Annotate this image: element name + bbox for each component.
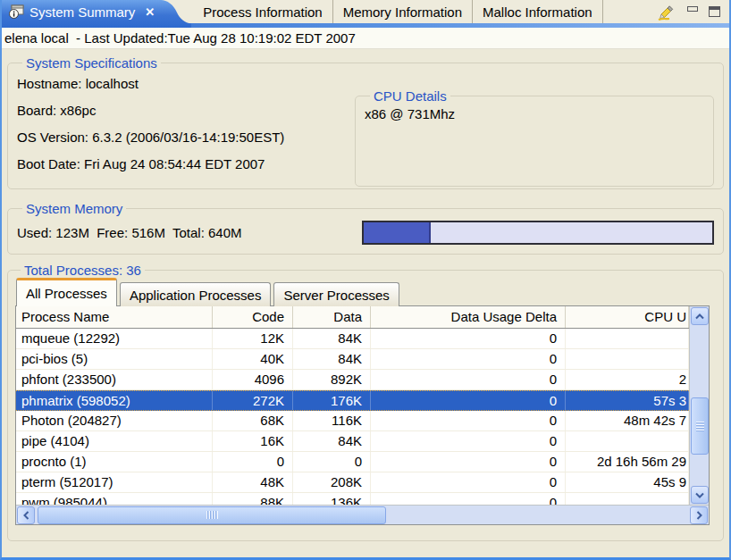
- tab-process-information[interactable]: Process Information: [193, 0, 332, 23]
- table-cell: 0: [371, 493, 566, 505]
- table-cell: 45s 9: [566, 472, 689, 492]
- scroll-up-button[interactable]: [691, 307, 709, 325]
- table-cell: pci-bios (5): [16, 349, 213, 369]
- cpu-description: x86 @ 731Mhz: [365, 104, 704, 125]
- table-cell: 116K: [293, 411, 371, 430]
- table-cell: 208K: [293, 472, 371, 492]
- horizontal-scrollbar[interactable]: [16, 505, 709, 524]
- table-cell: mqueue (12292): [16, 329, 213, 348]
- table-cell: 48K: [213, 472, 293, 492]
- table-cell: [566, 349, 689, 369]
- table-cell: 2: [566, 370, 689, 389]
- table-cell: 4096: [213, 370, 293, 389]
- process-row[interactable]: phfont (233500)4096892K02: [16, 370, 689, 390]
- process-row[interactable]: pci-bios (5)40K84K0: [16, 349, 689, 370]
- system-specifications-title: System Specifications: [22, 55, 161, 71]
- table-cell: 136K: [293, 493, 371, 505]
- horizontal-scrollbar-thumb[interactable]: [38, 506, 386, 524]
- system-summary-content: System Specifications Hostname: localhos…: [2, 49, 729, 557]
- table-cell: pipe (4104): [16, 431, 213, 451]
- total-processes-title: Total Processes: 36: [21, 263, 145, 278]
- table-cell: [566, 329, 689, 348]
- memory-summary-text: Used: 123M Free: 516M Total: 640M: [17, 225, 242, 240]
- table-cell: 57s 3: [566, 391, 689, 410]
- table-cell: 84K: [293, 349, 371, 369]
- column-header-data-usage-delta[interactable]: Data Usage Delta: [371, 306, 566, 328]
- table-cell: 0: [371, 411, 566, 430]
- table-cell: 40K: [213, 349, 293, 369]
- process-table-viewport: Process NameCodeDataData Usage DeltaCPU …: [16, 306, 689, 505]
- tab-memory-information[interactable]: Memory Information: [333, 0, 473, 23]
- process-row[interactable]: procnto (1)0002d 16h 56m 29: [16, 452, 689, 472]
- table-cell: pterm (512017): [16, 472, 213, 492]
- system-summary-icon: [8, 4, 24, 20]
- table-cell: phmatrix (598052): [16, 391, 213, 410]
- system-specifications-group: System Specifications Hostname: localhos…: [7, 55, 724, 189]
- table-cell: 16K: [213, 431, 293, 451]
- maximize-icon[interactable]: [709, 6, 720, 17]
- table-cell: 84K: [293, 329, 371, 348]
- table-cell: 0: [371, 329, 566, 348]
- memory-usage-bar-fill: [364, 222, 431, 243]
- table-cell: [566, 431, 689, 451]
- process-row[interactable]: pterm (512017)48K208K045s 9: [16, 472, 689, 493]
- process-table: Process NameCodeDataData Usage DeltaCPU …: [15, 305, 710, 525]
- target-status-line: elena local - Last Updated:Tue Aug 28 10…: [2, 28, 729, 49]
- highlight-pen-icon[interactable]: [657, 4, 676, 21]
- table-cell: 88K: [213, 493, 293, 505]
- thumb-grip: [696, 422, 704, 431]
- tab-all-processes[interactable]: All Processes: [16, 278, 117, 306]
- process-row[interactable]: mqueue (12292)12K84K0: [16, 329, 689, 349]
- table-cell: 0: [213, 452, 293, 472]
- process-row[interactable]: Photon (204827)68K116K048m 42s 7: [16, 411, 689, 431]
- table-cell: [566, 493, 689, 505]
- table-cell: Photon (204827): [16, 411, 213, 430]
- close-icon[interactable]: ✕: [140, 5, 159, 19]
- system-memory-title: System Memory: [22, 201, 126, 216]
- table-cell: 0: [371, 349, 566, 369]
- tab-malloc-information[interactable]: Malloc Information: [473, 0, 603, 23]
- active-tab-swoosh: [161, 0, 191, 28]
- memory-usage-bar: [362, 221, 714, 245]
- table-cell: 0: [371, 431, 566, 451]
- total-processes-group: Total Processes: 36 All ProcessesApplica…: [7, 263, 724, 541]
- table-cell: procnto (1): [16, 452, 213, 472]
- scroll-left-button[interactable]: [17, 506, 35, 524]
- table-cell: 84K: [293, 431, 371, 451]
- process-filter-tabs: All ProcessesApplication ProcessesServer…: [16, 278, 716, 306]
- inactive-view-tabs: Process InformationMemory InformationMal…: [193, 0, 602, 23]
- table-cell: 0: [371, 391, 566, 410]
- table-cell: phfont (233500): [16, 370, 213, 389]
- active-tab-label: System Summary: [29, 4, 135, 20]
- vertical-scrollbar[interactable]: [689, 306, 709, 505]
- process-table-body: mqueue (12292)12K84K0pci-bios (5)40K84K0…: [16, 329, 689, 505]
- process-row[interactable]: pipe (4104)16K84K0: [16, 431, 689, 452]
- table-cell: 0: [371, 370, 566, 389]
- thumb-grip: [206, 511, 218, 519]
- table-cell: pwm (985044): [16, 493, 213, 505]
- system-information-view: System Summary ✕ Process InformationMemo…: [0, 0, 731, 560]
- scroll-right-button[interactable]: [690, 506, 708, 524]
- table-cell: 272K: [213, 391, 293, 410]
- tab-system-summary[interactable]: System Summary ✕: [2, 0, 161, 28]
- table-cell: 0: [293, 452, 371, 472]
- tab-server-processes[interactable]: Server Processes: [273, 282, 399, 306]
- process-row[interactable]: pwm (985044)88K136K0: [16, 493, 689, 505]
- table-cell: 176K: [293, 391, 371, 410]
- table-cell: 0: [371, 452, 566, 472]
- system-memory-group: System Memory Used: 123M Free: 516M Tota…: [7, 201, 724, 255]
- column-header-process-name[interactable]: Process Name: [16, 306, 213, 328]
- view-toolbar: [657, 0, 729, 23]
- table-cell: 68K: [213, 411, 293, 430]
- table-cell: 2d 16h 56m 29: [566, 452, 689, 472]
- process-row[interactable]: phmatrix (598052)272K176K057s 3: [16, 390, 689, 411]
- vertical-scrollbar-thumb[interactable]: [691, 397, 709, 455]
- column-header-cpu-u[interactable]: CPU U: [566, 306, 689, 328]
- column-header-code[interactable]: Code: [213, 306, 293, 328]
- table-cell: 0: [371, 472, 566, 492]
- scroll-down-button[interactable]: [691, 486, 709, 504]
- table-cell: 892K: [293, 370, 371, 389]
- tab-application-processes[interactable]: Application Processes: [120, 282, 272, 306]
- table-cell: 48m 42s 7: [566, 411, 689, 430]
- column-header-data[interactable]: Data: [293, 306, 371, 328]
